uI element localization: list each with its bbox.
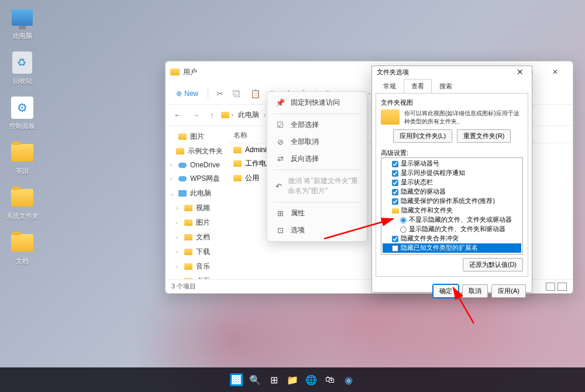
tree-item-hide-extensions[interactable]: 隐藏已知文件类型的扩展名 <box>383 243 521 253</box>
window-title: 用户 <box>183 67 197 77</box>
desktop-icon-bin[interactable]: 回收站 <box>5 51 40 85</box>
tree-item[interactable]: 隐藏空的驱动器 <box>383 187 521 197</box>
sidebar-item[interactable]: ›OneDrive <box>166 159 228 171</box>
taskbar-explorer-icon[interactable]: 📁 <box>285 372 300 387</box>
taskbar-app-icon[interactable]: ◉ <box>341 372 356 387</box>
desktop-icon-folder[interactable]: 系统文件夹 <box>5 186 40 221</box>
context-menu-item[interactable]: ⇄反向选择 <box>270 150 364 167</box>
taskbar-taskview-icon[interactable]: ⊞ <box>266 372 281 387</box>
tab-view[interactable]: 查看 <box>404 79 432 94</box>
ok-button[interactable]: 确定 <box>433 284 459 298</box>
copy-icon[interactable]: ⿻ <box>229 87 245 101</box>
context-menu-item[interactable]: ⊘全部取消 <box>270 133 364 150</box>
cancel-button[interactable]: 取消 <box>462 284 488 298</box>
close-button[interactable]: ✕ <box>542 63 568 81</box>
sidebar-item[interactable]: ⌄此电脑 <box>166 186 228 201</box>
context-menu: 📌固定到快速访问☑全部选择⊘全部取消⇄反向选择↶撤消 将"新建文件夹"重命名为"… <box>267 91 367 242</box>
dialog-tabs: 常规 查看 搜索 <box>372 79 532 94</box>
sidebar-item[interactable]: ›下载 <box>166 245 228 259</box>
dialog-titlebar[interactable]: 文件夹选项 ✕ <box>372 66 532 78</box>
apply-button[interactable]: 应用(A) <box>491 284 526 298</box>
desktop-icon-folder[interactable]: 文档 <box>5 231 40 266</box>
advanced-label: 高级设置: <box>381 149 523 157</box>
sidebar-item[interactable]: ›视频 <box>166 201 228 215</box>
tree-item[interactable]: 隐藏受保护的操作系统文件(推荐) <box>383 197 521 206</box>
reset-folders-button[interactable]: 重置文件夹(R) <box>457 129 511 143</box>
apply-to-folders-button[interactable]: 应用到文件夹(L) <box>393 129 452 143</box>
start-button[interactable] <box>229 372 244 387</box>
folder-icon <box>221 112 229 118</box>
back-button[interactable]: ← <box>170 108 185 122</box>
description-text: 你可以将此视图(如详细信息或图标)应用于这种类型的所有文件夹。 <box>404 109 523 126</box>
sidebar-item[interactable]: ›桌面 <box>166 274 228 279</box>
context-menu-item[interactable]: 📌固定到快速访问 <box>270 94 364 111</box>
group-title: 文件夹视图 <box>381 98 523 107</box>
forward-button[interactable]: → <box>188 108 203 122</box>
paste-icon[interactable]: 📋 <box>247 87 264 101</box>
explorer-sidebar: 图片示例文件夹›OneDrive›WPS网盘⌄此电脑›视频›图片›文档›下载›音… <box>166 126 228 279</box>
close-button[interactable]: ✕ <box>513 66 527 78</box>
up-button[interactable]: ↑ <box>207 108 218 122</box>
new-button[interactable]: ⊕ New <box>171 87 203 100</box>
desktop-icon-folder[interactable]: 英国 <box>5 141 40 176</box>
taskbar-store-icon[interactable]: 🛍 <box>322 372 338 387</box>
tab-search[interactable]: 搜索 <box>432 79 460 94</box>
sidebar-item[interactable]: 图片 <box>166 129 228 144</box>
restore-defaults-button[interactable]: 还原为默认值(D) <box>463 258 523 271</box>
context-menu-item[interactable]: ⊞属性 <box>270 205 364 222</box>
tree-item[interactable]: 显示状态栏 <box>383 178 521 187</box>
folder-icon <box>381 109 400 125</box>
taskbar-edge-icon[interactable]: 🌐 <box>304 372 319 387</box>
large-icons-view-icon[interactable] <box>558 283 567 291</box>
item-count: 3 个项目 <box>171 282 196 291</box>
desktop-icon-cpl[interactable]: 控制面板 <box>5 96 40 130</box>
advanced-settings-tree[interactable]: 显示驱动器号显示同步提供程序通知显示状态栏隐藏空的驱动器隐藏受保护的操作系统文件… <box>381 157 523 255</box>
sidebar-item[interactable]: 示例文件夹 <box>166 144 228 159</box>
tree-item[interactable]: 不显示隐藏的文件、文件夹或驱动器 <box>383 215 521 225</box>
sidebar-item[interactable]: ›音乐 <box>166 259 228 274</box>
tree-item[interactable]: 显示隐藏的文件、文件夹和驱动器 <box>383 225 521 234</box>
taskbar-search-icon[interactable]: 🔍 <box>247 372 263 387</box>
details-view-icon[interactable] <box>546 283 555 291</box>
cut-icon[interactable]: ✂ <box>213 87 227 101</box>
context-menu-item[interactable]: ☑全部选择 <box>270 116 364 133</box>
sidebar-item[interactable]: ›图片 <box>166 215 228 230</box>
sidebar-item[interactable]: ›文档 <box>166 230 228 245</box>
dialog-title: 文件夹选项 <box>377 68 409 77</box>
sidebar-item[interactable]: ›WPS网盘 <box>166 171 228 186</box>
tree-item[interactable]: 显示驱动器号 <box>383 159 521 169</box>
tab-general[interactable]: 常规 <box>376 79 404 94</box>
tree-item[interactable]: 显示同步提供程序通知 <box>383 169 521 178</box>
folder-icon <box>170 68 180 75</box>
context-menu-item[interactable]: ⊡选项 <box>270 222 364 239</box>
taskbar[interactable]: 🔍 ⊞ 📁 🌐 🛍 ◉ <box>0 367 585 392</box>
tree-item[interactable]: 隐藏文件和文件夹 <box>383 206 521 215</box>
tree-item[interactable]: 隐藏文件夹合并冲突 <box>383 234 521 243</box>
desktop-icon-pc[interactable]: 此电脑 <box>5 6 40 40</box>
tree-item[interactable]: 用彩色显示加密或压缩的 NTFS 文件 <box>383 253 521 255</box>
context-menu-item: ↶撤消 将"新建文件夹"重命名为"图片" <box>270 173 364 200</box>
folder-options-dialog: 文件夹选项 ✕ 常规 查看 搜索 文件夹视图 你可以将此视图(如详细信息或图标)… <box>371 66 532 293</box>
